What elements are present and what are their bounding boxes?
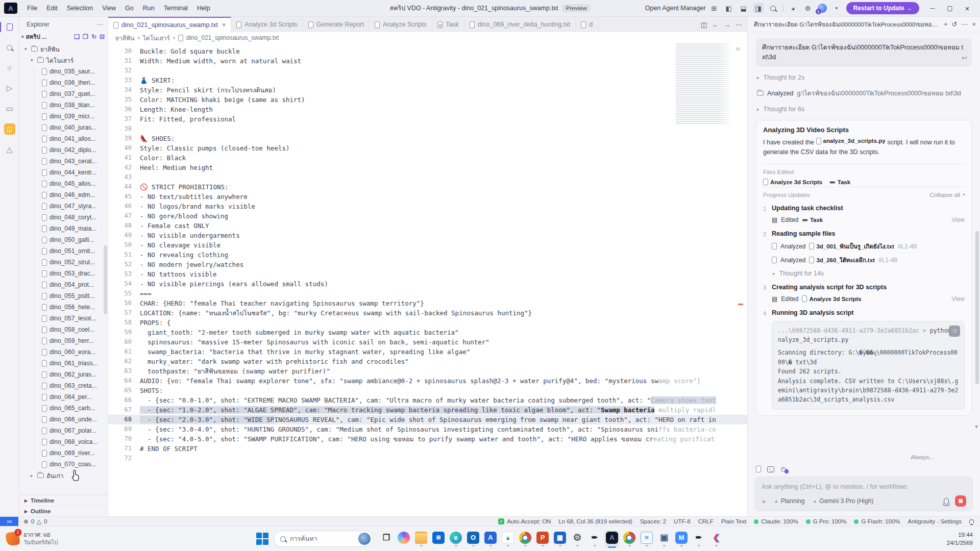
file-row[interactable]: dino_047_styra... xyxy=(19,201,108,212)
copy-icon[interactable]: ❐ xyxy=(949,325,960,337)
taskbar-clock[interactable]: 19:44 24/1/2569 xyxy=(947,531,980,547)
editor-tab[interactable]: dino_021_spinosaurus_swamp.txt × xyxy=(108,17,231,32)
explorer-scrollbar[interactable] xyxy=(104,245,107,314)
edited-file-chip[interactable]: Analyze 3d Scripts xyxy=(802,295,861,302)
start-button[interactable] xyxy=(256,533,268,545)
taskbar-app-button[interactable]: ❐ xyxy=(379,530,394,547)
menu-item[interactable]: Go xyxy=(120,3,138,14)
mode-selector[interactable]: ▲Planning xyxy=(774,497,805,505)
analyzed-row[interactable]: Analyzed g:\ไดรฟ์ของฉัน\0000000TikTokPro… xyxy=(757,88,972,98)
more-actions-icon[interactable]: ⋯ xyxy=(961,20,968,28)
code-line[interactable]: 40 Style: Classic pumps (closed-toe heel… xyxy=(108,143,747,153)
inbox-stack-icon[interactable]: 🗀 xyxy=(780,465,787,473)
taskbar-app-button[interactable]: ≡ xyxy=(639,530,654,547)
thought-row[interactable]: ▸ Thought for 6s xyxy=(757,106,972,113)
file-row[interactable]: dino_069_river... xyxy=(19,447,108,459)
file-row[interactable]: dino_067_polar... xyxy=(19,425,108,436)
file-row[interactable]: dino_059_herr... xyxy=(19,335,108,346)
code-line[interactable]: 55 === xyxy=(108,289,747,298)
file-row[interactable]: dino_041_allos... xyxy=(19,133,108,144)
taskbar-app-button[interactable]: ▲ xyxy=(500,530,516,547)
menu-item[interactable]: Selection xyxy=(62,3,97,14)
analyzed-file-chip[interactable]: 3d_001_ฟันเป็นรู_เกิดยังไง.txt xyxy=(809,242,894,251)
file-row[interactable]: dino_040_juras... xyxy=(19,122,108,133)
file-row[interactable]: dino_036_theri... xyxy=(19,77,108,88)
file-row[interactable]: dino_058_coel... xyxy=(19,324,108,335)
back-icon[interactable]: ← xyxy=(712,21,719,29)
folder-row-toothpaste[interactable]: ▾ ยาสีฟัน xyxy=(19,43,108,55)
file-row[interactable]: dino_038_titan... xyxy=(19,99,108,111)
file-row[interactable]: dino_061_triass... xyxy=(19,358,108,369)
file-row[interactable]: dino_054_prot... xyxy=(19,279,108,290)
code-line[interactable]: 63 toothpaste: "ยาสีฟันขอหอม (swamp wate… xyxy=(108,366,747,376)
code-line[interactable]: 71 # END OF SCRIPT xyxy=(108,444,747,454)
file-row[interactable]: dino_068_volca... xyxy=(19,436,108,447)
file-row[interactable]: dino_042_diplo... xyxy=(19,144,108,156)
auto-accept-toggle[interactable]: ✓Auto-Accept: ON xyxy=(498,518,551,524)
collapse-all-button[interactable]: Collapse all▾ xyxy=(930,192,965,198)
code-line[interactable]: 56 CHAR: {HERO: "female Thai teacher nav… xyxy=(108,298,747,308)
edited-task-chip[interactable]: ≔Task xyxy=(829,179,850,186)
file-row[interactable]: dino_057_lesot... xyxy=(19,313,108,324)
open-agent-manager-button[interactable]: Open Agent Manager ⊞ xyxy=(645,3,719,13)
always-dropdown[interactable]: Always... xyxy=(911,454,934,460)
analyzed-file-chip[interactable]: 3d_260_ใต้ทะเลลึก.txt xyxy=(809,256,874,265)
layout-sidebar-right-icon[interactable]: ◨ xyxy=(753,3,764,13)
code-line[interactable]: 65 SHOTS: xyxy=(108,386,747,395)
problems-indicator[interactable]: ⊗0 △0 xyxy=(23,518,47,525)
restart-to-update-button[interactable]: Restart to Update → xyxy=(846,2,919,14)
eol-sequence[interactable]: CRLF xyxy=(698,518,714,524)
editor-tab[interactable]: Analyze Scripts xyxy=(370,17,432,32)
indentation[interactable]: Spaces: 2 xyxy=(640,518,666,524)
editor-tab[interactable]: dino_069_river_delta_hunting.txt xyxy=(464,17,576,32)
menu-item[interactable]: Edit xyxy=(42,3,62,14)
maximize-button[interactable]: ▢ xyxy=(941,2,959,15)
taskbar-app-button[interactable] xyxy=(622,530,637,547)
close-panel-icon[interactable]: × xyxy=(972,20,976,28)
view-link[interactable]: View xyxy=(951,216,965,223)
code-line[interactable]: 35 Color: MATCHING khaki beige (same as … xyxy=(108,95,747,105)
taskbar-app-button[interactable]: ❮ xyxy=(708,530,724,547)
menu-item[interactable]: Run xyxy=(138,3,159,14)
code-line[interactable]: 58 PROPS: { xyxy=(108,318,747,328)
model-selector[interactable]: ▲Gemini 3 Pro (High) xyxy=(813,497,873,505)
taskbar-app-button[interactable]: ✒ xyxy=(691,530,706,547)
encoding[interactable]: UTF-8 xyxy=(674,518,691,524)
minimap[interactable] xyxy=(676,43,733,125)
antigravity-settings[interactable]: Antigravity - Settings xyxy=(908,518,962,524)
code-line[interactable]: 38 xyxy=(108,124,747,134)
history-icon[interactable]: ↺ xyxy=(952,20,958,28)
taskbar-search[interactable]: การค้นหา xyxy=(274,531,374,547)
editor-tab[interactable]: Generate Report xyxy=(303,17,370,32)
browser-icon[interactable]: ◕ xyxy=(788,3,798,13)
scroll-down-icon[interactable]: ▼ xyxy=(974,424,979,430)
new-folder-icon[interactable]: ❐ xyxy=(83,33,88,40)
thought-row[interactable]: ▸ Thought for 14s xyxy=(773,270,965,277)
taskbar-app-button[interactable]: M xyxy=(674,530,689,547)
code-editor[interactable]: 30 Buckle: Gold square buckle 31 Width: … xyxy=(108,43,747,516)
chat-input-box[interactable]: + ▲Planning ▲Gemini 3 Pro (High) xyxy=(755,477,973,511)
file-chip[interactable]: analyze_3d_scripts.py xyxy=(816,137,886,146)
notifications-bell-icon[interactable] xyxy=(969,519,974,523)
overview-ruler[interactable] xyxy=(733,43,747,516)
agent-panel-scrollbar[interactable] xyxy=(975,231,979,384)
taskbar-app-button[interactable]: O xyxy=(465,530,481,547)
code-line[interactable]: 54 - NO visible piercings (ears allowed … xyxy=(108,279,747,289)
file-row[interactable]: dino_039_micr... xyxy=(19,111,108,122)
close-button[interactable]: × xyxy=(959,2,976,15)
code-line[interactable]: 59 giant_tooth: "2-meter tooth submerged… xyxy=(108,328,747,337)
new-file-icon[interactable]: ❏ xyxy=(74,33,80,40)
code-line[interactable]: 70 - {sec: "4.0-5.0", shot: "SWAMP PURIF… xyxy=(108,434,747,444)
code-line[interactable]: 57 LOCATION: {name: "หนองน้ำสไปโนซอรัส",… xyxy=(108,308,747,318)
code-line[interactable]: 45 - NO text/subtitles anywhere xyxy=(108,192,747,202)
editor-tab[interactable]: Task xyxy=(432,17,464,32)
chat-input[interactable] xyxy=(762,483,966,490)
code-line[interactable]: 33 👗 SKIRT: xyxy=(108,76,747,85)
chat-icon[interactable]: ▭ xyxy=(4,103,16,115)
code-line[interactable]: 64 AUDIO: {vo: "female Thai swamp explor… xyxy=(108,376,747,386)
code-line[interactable]: 66 - {sec: "0.0-1.0", shot: "EXTREME MAC… xyxy=(108,395,747,405)
menu-item[interactable]: File xyxy=(22,3,42,14)
menu-item[interactable]: Help xyxy=(192,3,215,14)
source-control-icon[interactable]: ⑂ xyxy=(4,62,16,74)
file-row[interactable]: dino_065_carb... xyxy=(19,403,108,414)
